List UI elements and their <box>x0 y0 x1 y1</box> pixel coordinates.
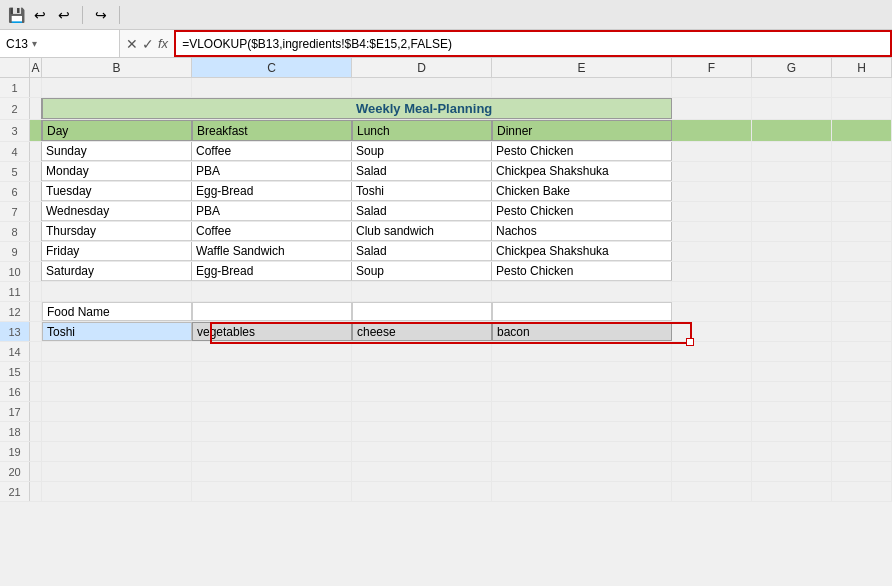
cell-c18[interactable] <box>192 422 352 441</box>
cell-f10[interactable] <box>672 262 752 281</box>
cell-g4[interactable] <box>752 142 832 161</box>
formula-input[interactable]: =VLOOKUP($B13,ingredients!$B4:$E15,2,FAL… <box>174 30 892 57</box>
fx-icon[interactable]: fx <box>158 36 168 51</box>
cell-g1[interactable] <box>752 78 832 97</box>
cell-c8[interactable]: Coffee <box>192 222 352 241</box>
undo-icon2[interactable]: ↩ <box>54 5 74 25</box>
cell-h1[interactable] <box>832 78 892 97</box>
cell-a3[interactable] <box>30 120 42 141</box>
cell-d19[interactable] <box>352 442 492 461</box>
cell-f16[interactable] <box>672 382 752 401</box>
cell-c14[interactable] <box>192 342 352 361</box>
cell-a12[interactable] <box>30 302 42 321</box>
cell-f18[interactable] <box>672 422 752 441</box>
col-header-h[interactable]: H <box>832 58 892 77</box>
cell-g3[interactable] <box>752 120 832 141</box>
cell-h6[interactable] <box>832 182 892 201</box>
cell-h21[interactable] <box>832 482 892 501</box>
cell-f12[interactable] <box>672 302 752 321</box>
cell-e9[interactable]: Chickpea Shakshuka <box>492 242 672 261</box>
cell-f7[interactable] <box>672 202 752 221</box>
cell-d8[interactable]: Club sandwich <box>352 222 492 241</box>
cell-e11[interactable] <box>492 282 672 301</box>
cell-f9[interactable] <box>672 242 752 261</box>
cell-c16[interactable] <box>192 382 352 401</box>
cell-a9[interactable] <box>30 242 42 261</box>
cell-h16[interactable] <box>832 382 892 401</box>
cell-a8[interactable] <box>30 222 42 241</box>
cell-b10[interactable]: Saturday <box>42 262 192 281</box>
cell-c15[interactable] <box>192 362 352 381</box>
cell-f13[interactable] <box>672 322 752 341</box>
cell-g13[interactable] <box>752 322 832 341</box>
cell-a1[interactable] <box>30 78 42 97</box>
cell-a16[interactable] <box>30 382 42 401</box>
cell-e3-dinner[interactable]: Dinner <box>492 120 672 141</box>
cell-a2[interactable] <box>30 98 42 119</box>
confirm-formula-icon[interactable]: ✓ <box>142 36 154 52</box>
cell-a11[interactable] <box>30 282 42 301</box>
cell-f3[interactable] <box>672 120 752 141</box>
cell-c4[interactable]: Coffee <box>192 142 352 161</box>
cell-e7[interactable]: Pesto Chicken <box>492 202 672 221</box>
cell-d20[interactable] <box>352 462 492 481</box>
cell-d4[interactable]: Soup <box>352 142 492 161</box>
cell-f15[interactable] <box>672 362 752 381</box>
redo-icon[interactable]: ↪ <box>91 5 111 25</box>
cell-b3-day[interactable]: Day <box>42 120 192 141</box>
cell-b5[interactable]: Monday <box>42 162 192 181</box>
cell-g8[interactable] <box>752 222 832 241</box>
cell-h5[interactable] <box>832 162 892 181</box>
cell-c19[interactable] <box>192 442 352 461</box>
cell-b17[interactable] <box>42 402 192 421</box>
cell-f2[interactable] <box>672 98 752 119</box>
cell-f19[interactable] <box>672 442 752 461</box>
cell-c2-title[interactable] <box>192 98 352 119</box>
cell-h7[interactable] <box>832 202 892 221</box>
cell-g19[interactable] <box>752 442 832 461</box>
cell-f6[interactable] <box>672 182 752 201</box>
cell-c5[interactable]: PBA <box>192 162 352 181</box>
cell-f11[interactable] <box>672 282 752 301</box>
cell-b21[interactable] <box>42 482 192 501</box>
cell-b7[interactable]: Wednesday <box>42 202 192 221</box>
cell-a18[interactable] <box>30 422 42 441</box>
col-header-b[interactable]: B <box>42 58 192 77</box>
cell-g7[interactable] <box>752 202 832 221</box>
cell-b6[interactable]: Tuesday <box>42 182 192 201</box>
cell-d15[interactable] <box>352 362 492 381</box>
cell-g6[interactable] <box>752 182 832 201</box>
cell-d3-lunch[interactable]: Lunch <box>352 120 492 141</box>
cell-g12[interactable] <box>752 302 832 321</box>
cell-b14[interactable] <box>42 342 192 361</box>
cell-b8[interactable]: Thursday <box>42 222 192 241</box>
cell-g20[interactable] <box>752 462 832 481</box>
cell-e15[interactable] <box>492 362 672 381</box>
col-header-e[interactable]: E <box>492 58 672 77</box>
cell-f17[interactable] <box>672 402 752 421</box>
cell-a20[interactable] <box>30 462 42 481</box>
cell-h8[interactable] <box>832 222 892 241</box>
cell-d1[interactable] <box>352 78 492 97</box>
cell-a21[interactable] <box>30 482 42 501</box>
cell-a7[interactable] <box>30 202 42 221</box>
cancel-formula-icon[interactable]: ✕ <box>126 36 138 52</box>
cell-d12[interactable] <box>352 302 492 321</box>
cell-a10[interactable] <box>30 262 42 281</box>
cell-d16[interactable] <box>352 382 492 401</box>
cell-b20[interactable] <box>42 462 192 481</box>
cell-e8[interactable]: Nachos <box>492 222 672 241</box>
cell-e21[interactable] <box>492 482 672 501</box>
cell-a6[interactable] <box>30 182 42 201</box>
cell-g17[interactable] <box>752 402 832 421</box>
cell-b13-toshi[interactable]: Toshi <box>42 322 192 341</box>
cell-f14[interactable] <box>672 342 752 361</box>
cell-a19[interactable] <box>30 442 42 461</box>
cell-h14[interactable] <box>832 342 892 361</box>
cell-e14[interactable] <box>492 342 672 361</box>
cell-g21[interactable] <box>752 482 832 501</box>
cell-d7[interactable]: Salad <box>352 202 492 221</box>
col-header-g[interactable]: G <box>752 58 832 77</box>
cell-b15[interactable] <box>42 362 192 381</box>
cell-f8[interactable] <box>672 222 752 241</box>
